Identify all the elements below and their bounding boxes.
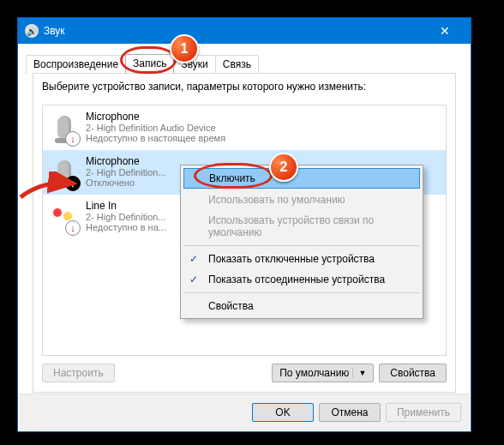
configure-button[interactable]: Настроить xyxy=(42,364,115,382)
device-sub: 2- High Definition... xyxy=(86,167,166,177)
panel-button-row: Настроить По умолчанию ▼ Свойства xyxy=(42,361,447,385)
tab-strip: Воспроизведение Запись Звуки Связь xyxy=(19,45,470,73)
device-context-menu: Включить Использовать по умолчанию Испол… xyxy=(180,165,423,319)
device-status: Недоступно в настоящее время xyxy=(86,133,225,143)
device-row-mic-1[interactable]: ↓ Microphone 2- High Definition Audio De… xyxy=(43,105,446,150)
cancel-button[interactable]: Отмена xyxy=(319,403,381,422)
ctx-properties[interactable]: Свойства xyxy=(183,296,421,316)
ctx-show-disconnected[interactable]: Показать отсоединенные устройства xyxy=(183,269,421,290)
tab-recording[interactable]: Запись xyxy=(125,54,174,73)
ctx-separator xyxy=(183,292,420,293)
chevron-down-icon: ▼ xyxy=(352,369,366,377)
disabled-badge-icon: ↓ xyxy=(65,176,81,191)
ok-button[interactable]: OK xyxy=(252,403,314,422)
set-default-dropdown[interactable]: По умолчанию ▼ xyxy=(272,364,374,382)
ctx-enable[interactable]: Включить xyxy=(183,168,420,189)
device-sub: 2- High Definition... xyxy=(86,212,166,222)
dialog-footer: OK Отмена Применить xyxy=(19,394,470,430)
device-sub: 2- High Definition Audio Device xyxy=(86,123,225,133)
unavailable-badge-icon: ↓ xyxy=(65,220,81,236)
ctx-use-comm-default[interactable]: Использовать устройство связи по умолчан… xyxy=(183,210,421,243)
apply-button[interactable]: Применить xyxy=(386,403,461,422)
properties-button[interactable]: Свойства xyxy=(379,364,447,382)
titlebar[interactable]: 🔊 Звук ✕ xyxy=(18,18,471,44)
instruction-text: Выберите устройство записи, параметры ко… xyxy=(33,74,455,99)
device-name: Microphone xyxy=(86,111,225,123)
tab-sounds[interactable]: Звуки xyxy=(173,55,215,74)
device-status: Отключено xyxy=(86,177,166,188)
sound-icon: 🔊 xyxy=(25,24,39,38)
window-title: Звук xyxy=(44,25,65,37)
tab-communications[interactable]: Связь xyxy=(215,55,259,74)
unavailable-badge-icon: ↓ xyxy=(65,131,81,147)
device-name: Microphone xyxy=(86,155,166,167)
set-default-label: По умолчанию xyxy=(279,367,349,379)
line-in-icon: ↓ xyxy=(50,200,79,234)
close-icon[interactable]: ✕ xyxy=(425,18,464,44)
ctx-separator xyxy=(183,245,420,246)
tab-playback[interactable]: Воспроизведение xyxy=(26,55,126,74)
microphone-icon: ↓ xyxy=(50,155,79,189)
ctx-use-default[interactable]: Использовать по умолчанию xyxy=(183,189,421,210)
device-name: Line In xyxy=(86,200,166,212)
microphone-icon: ↓ xyxy=(50,111,79,145)
device-status: Недоступно в на... xyxy=(86,222,166,232)
ctx-show-disabled[interactable]: Показать отключенные устройства xyxy=(183,249,421,269)
